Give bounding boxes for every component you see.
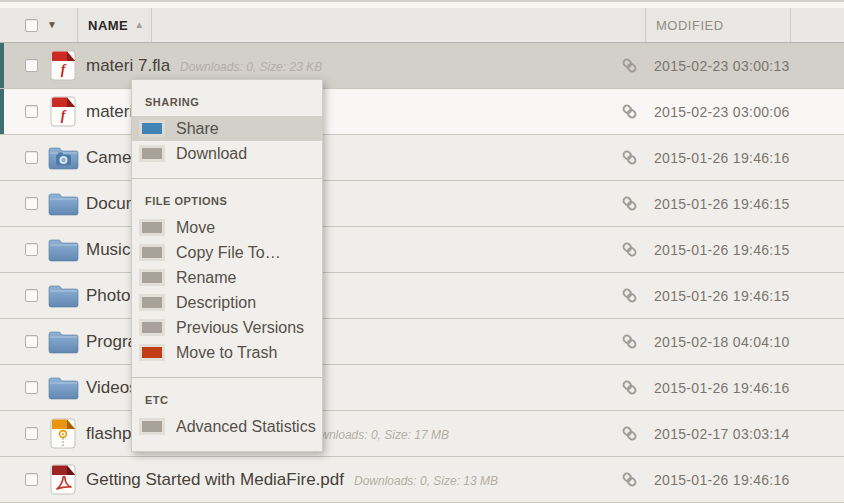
modified-column-label: MODIFIED xyxy=(656,18,724,33)
modified-date: 2015-02-23 03:00:13 xyxy=(644,58,844,74)
row-checkbox[interactable] xyxy=(25,151,38,164)
rename-icon xyxy=(139,269,165,286)
modified-date: 2015-02-17 03:03:14 xyxy=(644,426,844,442)
file-list: f materi 7.fla Downloads: 0, Size: 23 KB… xyxy=(0,43,844,503)
header-name-cell[interactable]: NAME ▲ xyxy=(78,8,152,42)
menu-item-label: Advanced Statistics xyxy=(176,418,316,436)
file-list-header: ▼ NAME ▲ MODIFIED xyxy=(0,8,844,43)
file-row[interactable]: Documents 2015-01-26 19:46:15 xyxy=(0,181,844,227)
file-meta: Downloads: 0, Size: 23 KB xyxy=(180,60,322,74)
context-menu-item-move[interactable]: Move xyxy=(132,215,322,240)
zip-file-icon xyxy=(47,418,79,449)
header-select-cell[interactable]: ▼ xyxy=(0,8,78,42)
context-menu-item-rename[interactable]: Rename xyxy=(132,265,322,290)
header-end-cell xyxy=(790,8,844,42)
header-modified-cell[interactable]: MODIFIED xyxy=(645,8,790,42)
description-icon xyxy=(139,294,165,311)
context-menu-section-label: FILE OPTIONS xyxy=(132,179,322,215)
share-link-icon[interactable] xyxy=(614,471,644,488)
move-to-trash-icon xyxy=(139,344,165,361)
share-link-icon[interactable] xyxy=(614,241,644,258)
file-meta: Downloads: 0, Size: 17 MB xyxy=(305,428,449,442)
row-checkbox[interactable] xyxy=(25,243,38,256)
modified-date: 2015-01-26 19:46:15 xyxy=(644,288,844,304)
selection-bar xyxy=(0,43,4,88)
file-meta: Downloads: 0, Size: 13 MB xyxy=(354,474,498,488)
context-menu-item-download[interactable]: Download xyxy=(132,141,322,166)
menu-item-label: Previous Versions xyxy=(176,319,304,337)
context-menu-item-previous-versions[interactable]: Previous Versions xyxy=(132,315,322,340)
folder-icon xyxy=(47,191,79,217)
share-link-icon[interactable] xyxy=(614,379,644,396)
row-checkbox[interactable] xyxy=(25,381,38,394)
menu-item-label: Move to Trash xyxy=(176,344,277,362)
selection-bar xyxy=(0,89,4,134)
file-row[interactable]: Getting Started with MediaFire.pdf Downl… xyxy=(0,457,844,503)
row-checkbox[interactable] xyxy=(25,289,38,302)
sort-ascending-icon[interactable]: ▲ xyxy=(134,20,144,30)
chevron-down-icon[interactable]: ▼ xyxy=(47,20,57,30)
share-link-icon[interactable] xyxy=(614,333,644,350)
context-menu-section: ETC Advanced Statistics xyxy=(132,377,322,451)
row-checkbox[interactable] xyxy=(25,427,38,440)
modified-date: 2015-01-26 19:46:16 xyxy=(644,380,844,396)
file-row[interactable]: Music 2015-01-26 19:46:15 xyxy=(0,227,844,273)
file-row[interactable]: Camera 2015-01-26 19:46:16 xyxy=(0,135,844,181)
select-all-checkbox[interactable] xyxy=(25,19,38,32)
advanced-statistics-icon xyxy=(139,418,165,435)
row-checkbox[interactable] xyxy=(25,59,38,72)
move-icon xyxy=(139,219,165,236)
folder-icon xyxy=(47,329,79,355)
context-menu-section-label: SHARING xyxy=(132,80,322,116)
file-row[interactable]: Photos 2015-01-26 19:46:15 xyxy=(0,273,844,319)
file-row[interactable]: f materi 7.fla 2015-02-23 03:00:06 xyxy=(0,89,844,135)
modified-date: 2015-02-23 03:00:06 xyxy=(644,104,844,120)
download-icon xyxy=(139,145,165,162)
share-link-icon[interactable] xyxy=(614,195,644,212)
share-link-icon[interactable] xyxy=(614,287,644,304)
row-checkbox[interactable] xyxy=(25,335,38,348)
menu-item-label: Description xyxy=(176,294,256,312)
modified-date: 2015-01-26 19:46:16 xyxy=(644,150,844,166)
modified-date: 2015-01-26 19:46:16 xyxy=(644,472,844,488)
share-link-icon[interactable] xyxy=(614,425,644,442)
context-menu-item-advanced-statistics[interactable]: Advanced Statistics xyxy=(132,414,322,439)
modified-date: 2015-01-26 19:46:15 xyxy=(644,196,844,212)
file-name[interactable]: Videos xyxy=(86,378,138,398)
file-name[interactable]: materi 7.fla xyxy=(86,56,170,76)
context-menu-section: FILE OPTIONS Move Copy File To… Rename D… xyxy=(132,178,322,377)
file-context-menu: SHARING Share Download FILE OPTIONS Move… xyxy=(131,79,323,452)
file-row[interactable]: Videos 2015-01-26 19:46:16 xyxy=(0,365,844,411)
context-menu-section-label: ETC xyxy=(132,378,322,414)
camera-folder-icon xyxy=(47,145,79,171)
pdf-file-icon xyxy=(47,464,79,495)
file-name[interactable]: Music xyxy=(86,240,130,260)
header-spacer xyxy=(152,8,645,42)
context-menu-item-share[interactable]: Share xyxy=(132,116,322,141)
file-row[interactable]: f materi 7.fla Downloads: 0, Size: 23 KB… xyxy=(0,43,844,89)
menu-item-label: Download xyxy=(176,145,247,163)
context-menu-item-move-to-trash[interactable]: Move to Trash xyxy=(132,340,322,365)
file-row[interactable]: Programs 2015-02-18 04:04:10 xyxy=(0,319,844,365)
share-link-icon[interactable] xyxy=(614,103,644,120)
row-checkbox[interactable] xyxy=(25,473,38,486)
row-checkbox[interactable] xyxy=(25,105,38,118)
row-checkbox[interactable] xyxy=(25,197,38,210)
menu-item-label: Move xyxy=(176,219,215,237)
copy-file-to-icon xyxy=(139,244,165,261)
context-menu-section: SHARING Share Download xyxy=(132,80,322,178)
context-menu-item-copy-file-to[interactable]: Copy File To… xyxy=(132,240,322,265)
flash-file-icon: f xyxy=(47,96,79,127)
previous-versions-icon xyxy=(139,319,165,336)
file-row[interactable]: flashplayer17_0_0_134.exe Downloads: 0, … xyxy=(0,411,844,457)
share-link-icon[interactable] xyxy=(614,149,644,166)
menu-item-label: Rename xyxy=(176,269,236,287)
file-name[interactable]: Getting Started with MediaFire.pdf xyxy=(86,470,344,490)
flash-file-icon: f xyxy=(47,50,79,81)
modified-date: 2015-02-18 04:04:10 xyxy=(644,334,844,350)
context-menu-item-description[interactable]: Description xyxy=(132,290,322,315)
share-icon xyxy=(139,120,165,137)
folder-icon xyxy=(47,375,79,401)
share-link-icon[interactable] xyxy=(614,57,644,74)
menu-item-label: Copy File To… xyxy=(176,244,281,262)
